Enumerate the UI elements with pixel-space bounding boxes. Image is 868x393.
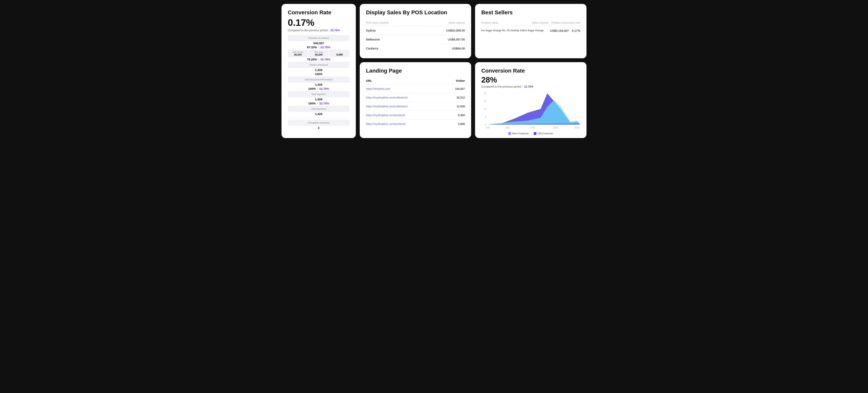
bs-row-0: Ice Sugar Orange No. 20 (Activity 13)Ice… <box>481 26 580 35</box>
landing-url-1[interactable]: https://myshopline.com/collection1 <box>366 96 408 99</box>
percent2-value: 75.20% <box>307 58 317 61</box>
landing-header-visitor: Visitor <box>456 79 465 82</box>
pos-title: Display Sales By POS Location <box>366 9 465 16</box>
funnel-section: Number of visitors 540,007 87.20% ↑ 32.7… <box>288 35 349 129</box>
new-customer-dot <box>508 132 511 135</box>
best-sellers-header: Product name Sales volume Product conver… <box>481 20 580 26</box>
landing-header-url: URL <box>366 79 372 82</box>
buy-now-label: Buy now <box>309 51 328 53</box>
conv-chart-compared: Compared to the previous period ↑ 12.78% <box>481 85 580 88</box>
pos-volume-0: US$10,369.00 <box>446 29 465 32</box>
add-to-cart-value: 36,200 <box>288 53 307 56</box>
svg-text:20: 20 <box>484 92 486 94</box>
percent4-change: ↑ 32.78% <box>317 87 329 90</box>
landing-row-1: https://myshopline.com/collection1 34,51… <box>366 93 465 102</box>
other-item: ... 9,999 <box>330 50 349 57</box>
svg-text:24:00: 24:00 <box>575 126 579 129</box>
landing-visitor-2: 12,000 <box>457 105 465 108</box>
percent5-change: ↑ 32.78% <box>317 102 329 105</box>
add-to-cart-label: Add to cart <box>288 51 307 53</box>
landing-visitor-0: 194,007 <box>455 87 465 90</box>
visitors-value: 540,007 <box>288 41 349 45</box>
pos-header-volume: Sales volume <box>448 21 465 24</box>
pos-volume-1: US$9,367.00 <box>448 38 465 41</box>
landing-card: Landing Page URL Visitor https://shoplin… <box>360 62 471 138</box>
pos-row-2: Canberra US$84.00 <box>366 44 465 53</box>
percent1-value: 87.20% <box>307 46 317 49</box>
svg-text:5: 5 <box>485 115 486 118</box>
reach-checkout-value: 1,428 <box>288 68 349 71</box>
conv-chart-card: Conversion Rate 28% Compared to the prev… <box>475 62 587 138</box>
landing-url-3[interactable]: https://myshopline.com/product1 <box>366 114 405 117</box>
landing-table-body: https://shopline.com 194,007 https://mys… <box>366 85 465 128</box>
landing-visitor-4: 5,600 <box>458 122 465 125</box>
complete-checkout-label: Complete checkout <box>288 120 349 126</box>
bs-header-name: Product name <box>481 21 529 24</box>
landing-row-4: https://myshopline.com/product2 5,600 <box>366 120 465 128</box>
pos-row-0: Sydney US$10,369.00 <box>366 26 465 35</box>
landing-visitor-3: 8,500 <box>458 114 465 117</box>
other-value: 9,999 <box>330 53 349 56</box>
landing-url-0[interactable]: https://shopline.com <box>366 87 391 90</box>
percent5-value: 100% <box>308 102 316 105</box>
landing-url-4[interactable]: https://myshopline.com/product2 <box>366 122 405 125</box>
new-customer-label: New Customer <box>512 132 529 135</box>
landing-title: Landing Page <box>366 68 465 74</box>
personal-info-value: 1,428 <box>288 83 349 86</box>
logistics-label: Add logistics <box>288 91 349 97</box>
add-to-cart-item: Add to cart 36,200 <box>288 50 308 57</box>
add-payment-label: Add payment <box>288 106 349 112</box>
complete-checkout-value: 3 <box>288 126 349 129</box>
bs-volume-0: US$5,194,007 <box>550 29 569 32</box>
pos-volume-2: US$84.00 <box>452 47 465 50</box>
svg-text:12:00: 12:00 <box>530 126 535 129</box>
svg-text:18:00: 18:00 <box>553 126 558 129</box>
pos-table-header: POS store location Sales volume <box>366 20 465 26</box>
bs-header-conv: Product conversion rate <box>551 21 580 24</box>
old-customer-dot <box>534 132 536 135</box>
multi-row: Add to cart 36,200 Buy now 16,200 ... 9,… <box>288 50 349 57</box>
chart-svg: 20 15 10 5 0 0:00 6:00 12:00 18:00 24:00 <box>481 91 580 130</box>
conv-chart-value: 28% <box>481 75 580 84</box>
conv-chart-title: Conversion Rate <box>481 68 580 74</box>
percent3-row: 100% <box>288 72 349 75</box>
landing-row-3: https://myshopline.com/product1 8,500 <box>366 111 465 120</box>
landing-visitor-1: 34,512 <box>457 96 465 99</box>
bs-name-0: Ice Sugar Orange No. 20 (Activity 13)Ice… <box>481 29 547 32</box>
landing-row-0: https://shopline.com 194,007 <box>366 85 465 93</box>
chart-area: 20 15 10 5 0 0:00 6:00 12:00 18:00 24:00 <box>481 91 580 130</box>
conversion-rate-card: Conversion Rate 0.17% Compared to the pr… <box>281 4 356 138</box>
percent4-row: 100% ↑ 32.78% <box>288 87 349 90</box>
best-sellers-card: Best Sellers Product name Sales volume P… <box>475 4 587 58</box>
buy-now-value: 16,200 <box>309 53 328 56</box>
legend-new-customer: New Customer <box>508 132 529 135</box>
bs-conv-0: 5.17% <box>572 29 580 32</box>
conversion-rate-value: 0.17% <box>288 17 349 28</box>
percent2-change: ↓ 32.78% <box>318 58 331 61</box>
best-sellers-title: Best Sellers <box>481 9 580 16</box>
conversion-rate-title: Conversion Rate <box>288 9 349 16</box>
reach-checkout-label: Reach checkout <box>288 62 349 68</box>
percent2-row: 75.20% ↓ 32.78% <box>288 58 349 61</box>
svg-text:15: 15 <box>484 100 486 102</box>
pos-row-1: Melbourne US$9,367.00 <box>366 35 465 44</box>
chart-legend: New Customer Old Customer <box>481 132 580 135</box>
landing-url-2[interactable]: https://myshopline.com/collection1 <box>366 105 408 108</box>
percent3-value: 100% <box>315 72 322 75</box>
buy-now-item: Buy now 16,200 <box>309 50 329 57</box>
svg-text:10: 10 <box>484 108 486 110</box>
percent4-value: 100% <box>308 87 316 90</box>
pos-location-1: Melbourne <box>366 38 380 41</box>
svg-text:6:00: 6:00 <box>506 126 510 129</box>
add-payment-value: 1,428 <box>288 112 349 116</box>
percent1-change: ↑ 32.78% <box>318 46 331 49</box>
svg-text:0:00: 0:00 <box>486 126 490 129</box>
percent1-row: 87.20% ↑ 32.78% <box>288 46 349 49</box>
landing-table-header: URL Visitor <box>366 77 465 85</box>
dashboard-grid: Conversion Rate 0.17% Compared to the pr… <box>281 4 587 138</box>
personal-info-label: Add personal information <box>288 77 349 83</box>
percent5-row: 100% ↑ 32.78% <box>288 102 349 105</box>
visitors-label: Number of visitors <box>288 35 349 41</box>
pos-header-location: POS store location <box>366 21 389 24</box>
pos-location-0: Sydney <box>366 29 376 32</box>
